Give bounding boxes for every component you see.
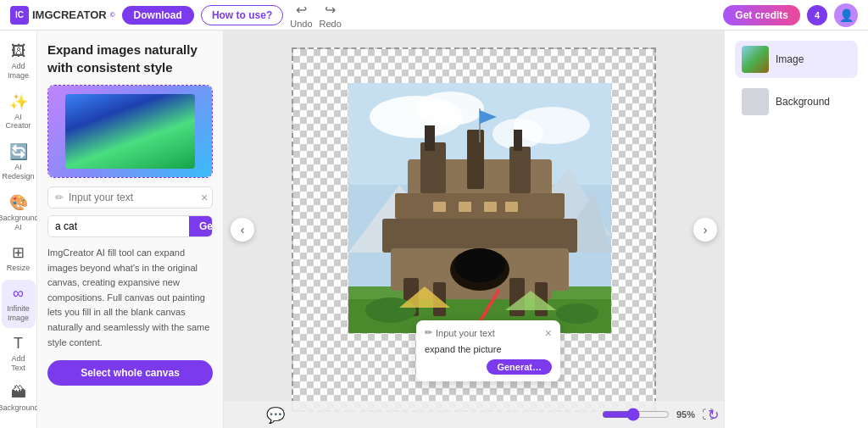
svg-rect-20: [433, 202, 446, 212]
svg-rect-23: [505, 202, 518, 212]
redo-button[interactable]: ↪ Redo: [320, 2, 342, 29]
preview-image: [65, 94, 195, 169]
main-layout: 🖼 Add Image ✨ AI Creator 🔄 AI Redesign 🎨…: [0, 31, 868, 428]
chat-button[interactable]: 💬: [266, 406, 285, 425]
layer-name-background: Background: [776, 96, 830, 108]
popup-icon-label: ✏ Input your text: [425, 327, 495, 338]
canvas-area: ✏ Input your text × expand the picture G…: [224, 31, 724, 428]
getcredits-button[interactable]: Get credits: [723, 5, 800, 25]
undo-icon: ↩: [296, 2, 307, 18]
svg-rect-17: [467, 130, 484, 189]
zoom-label: 95%: [676, 409, 695, 420]
svg-point-3: [416, 92, 484, 125]
sidebar-item-add-text[interactable]: T Add Text: [2, 330, 36, 378]
resize-icon: ⊞: [12, 243, 25, 262]
logo-text: IMGCREATOR: [32, 8, 107, 21]
sidebar-label-add-text: Add Text: [5, 354, 32, 373]
input-row: ✏ ×: [47, 186, 213, 208]
popup-prompt-text: expand the picture: [425, 344, 552, 354]
background-icon: 🏔: [11, 384, 26, 402]
generate-button[interactable]: Generate: [189, 216, 213, 236]
svg-rect-13: [382, 219, 577, 253]
layer-name-image: Image: [776, 53, 804, 65]
undo-button[interactable]: ↩ Undo: [290, 2, 312, 29]
pencil-icon: ✏: [55, 192, 64, 203]
panel-title: Expand images naturally with consistent …: [47, 41, 213, 76]
svg-rect-18: [425, 125, 435, 151]
pencil-small-icon: ✏: [425, 327, 432, 338]
redo-icon: ↪: [325, 2, 336, 18]
redo-label: Redo: [320, 19, 342, 29]
credits-badge: 4: [807, 5, 827, 25]
svg-rect-16: [509, 147, 531, 193]
sidebar-item-ai-creator[interactable]: ✨ AI Creator: [2, 87, 36, 136]
bottom-left-toolbar: 💬: [266, 406, 285, 425]
canvas-wrapper: ✏ Input your text × expand the picture G…: [292, 47, 656, 412]
sidebar-label-background: Background: [0, 403, 39, 413]
avatar: 👤: [834, 3, 858, 27]
svg-rect-19: [514, 130, 522, 151]
select-canvas-button[interactable]: Select whole canvas: [47, 360, 213, 386]
svg-rect-12: [395, 193, 565, 219]
sidebar-label-infinite-image: Infinite Image: [5, 304, 32, 323]
howtouse-button[interactable]: How to use?: [201, 5, 283, 25]
bottom-bar: 95% ⛶: [224, 401, 724, 428]
add-image-icon: 🖼: [11, 42, 26, 60]
sidebar-item-background[interactable]: 🏔 Background: [2, 379, 36, 418]
preview-container: [47, 85, 213, 178]
undo-label: Undo: [290, 19, 312, 29]
logo-sup: ©: [110, 11, 115, 19]
right-panel: Image Background: [724, 31, 868, 428]
canvas-nav-left[interactable]: ‹: [231, 218, 254, 242]
download-button[interactable]: Download: [122, 6, 194, 25]
layer-thumb-image: [742, 46, 769, 73]
sidebar: 🖼 Add Image ✨ AI Creator 🔄 AI Redesign 🎨…: [0, 31, 37, 428]
ai-redesign-icon: 🔄: [9, 142, 28, 161]
canvas-nav-right[interactable]: ›: [693, 218, 717, 242]
background-ai-icon: 🎨: [9, 193, 28, 212]
svg-rect-22: [484, 202, 497, 212]
sidebar-label-resize: Resize: [7, 264, 31, 273]
sidebar-item-ai-redesign[interactable]: 🔄 AI Redesign: [2, 137, 36, 186]
sidebar-label-background-ai: Background AI: [0, 214, 39, 232]
sidebar-label-ai-redesign: AI Redesign: [2, 163, 34, 181]
refresh-button[interactable]: ↻: [708, 407, 719, 423]
svg-rect-21: [459, 202, 471, 212]
prompt-input[interactable]: [48, 216, 189, 236]
castle-svg: [348, 83, 611, 333]
left-panel: Expand images naturally with consistent …: [37, 31, 224, 428]
popup-header: ✏ Input your text ×: [425, 327, 552, 339]
svg-point-33: [556, 303, 598, 324]
svg-point-25: [454, 248, 505, 282]
layer-thumb-background: [742, 88, 769, 115]
logo: IC IMGCREATOR©: [10, 6, 115, 25]
sidebar-item-add-image[interactable]: 🖼 Add Image: [2, 37, 36, 86]
description-text: ImgCreator AI fill tool can expand image…: [47, 246, 213, 350]
layer-item-background[interactable]: Background: [735, 83, 858, 120]
sidebar-item-infinite-image[interactable]: ∞ Infinite Image: [2, 280, 36, 328]
sidebar-label-add-image: Add Image: [5, 62, 32, 81]
infinite-image-icon: ∞: [13, 285, 24, 303]
logo-icon: IC: [10, 6, 29, 25]
text-input[interactable]: [69, 192, 196, 203]
topnav: IC IMGCREATOR© Download How to use? ↩ Un…: [0, 0, 868, 31]
input-close-icon[interactable]: ×: [201, 191, 208, 204]
sidebar-label-ai-creator: AI Creator: [5, 113, 32, 131]
sidebar-item-resize[interactable]: ⊞ Resize: [2, 238, 36, 278]
floating-prompt-popup: ✏ Input your text × expand the picture G…: [416, 320, 560, 381]
prompt-row: Generate: [47, 215, 213, 237]
sidebar-item-background-ai[interactable]: 🎨 Background AI: [2, 188, 36, 237]
ai-creator-icon: ✨: [9, 92, 28, 111]
zoom-slider[interactable]: [602, 408, 670, 421]
add-text-icon: T: [14, 335, 23, 353]
popup-generate-button[interactable]: Generat…: [487, 359, 552, 375]
layer-item-image[interactable]: Image: [735, 41, 858, 78]
popup-close-button[interactable]: ×: [545, 327, 552, 339]
